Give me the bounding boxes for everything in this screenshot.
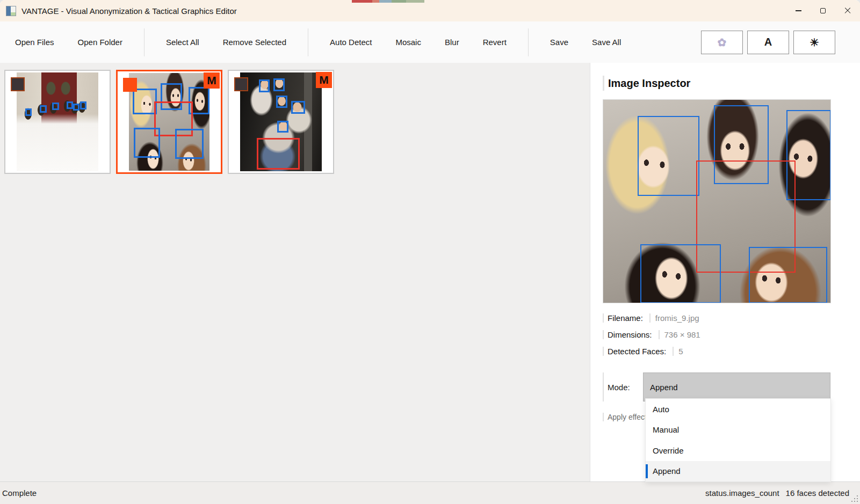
open-files-button[interactable]: Open Files [3, 30, 66, 54]
blue-detection-box [259, 79, 270, 92]
filename-value: fromis_9.jpg [649, 313, 699, 323]
blur-button[interactable]: Blur [433, 30, 471, 54]
toolbar-separator [144, 28, 144, 56]
preview-image [603, 99, 831, 303]
status-bar: Complete status.images_count 16 faces de… [0, 481, 860, 504]
save-button[interactable]: Save [538, 30, 580, 54]
thumbnail-1-image [17, 72, 98, 171]
blue-detection-box [175, 129, 204, 159]
blue-detection-box [749, 247, 827, 303]
filename-row: Filename: fromis_9.jpg [603, 310, 830, 326]
mode-label: Mode: [603, 372, 643, 401]
toolbar-separator [308, 28, 308, 56]
blue-detection-box [40, 105, 46, 113]
close-button[interactable] [835, 0, 860, 21]
dimensions-row: Dimensions: 736 × 981 [603, 326, 830, 343]
app-window: VANTAGE - Visual Anonymization & Tactica… [0, 0, 860, 504]
thumbnail-gallery: M M [0, 63, 590, 481]
minimize-icon [796, 10, 801, 11]
toolbar: Open Files Open Folder Select All Remove… [0, 21, 860, 63]
window-title: VANTAGE - Visual Anonymization & Tactica… [21, 6, 237, 16]
close-icon [844, 8, 851, 14]
status-images-count-key: status.images_count [705, 488, 779, 498]
minimize-button[interactable] [786, 0, 811, 21]
thumbnail-3[interactable]: M [228, 70, 334, 174]
mode-row: Mode: Append [603, 372, 830, 401]
blue-detection-box [133, 89, 157, 114]
detected-faces-value: 5 [673, 347, 683, 356]
blue-detection-box [291, 101, 306, 114]
red-detection-box [257, 138, 300, 170]
blue-detection-box [67, 101, 73, 109]
save-all-button[interactable]: Save All [580, 30, 633, 54]
thumbnail-2[interactable]: M [116, 70, 222, 174]
title-bar: VANTAGE - Visual Anonymization & Tactica… [0, 0, 860, 21]
background-window-artifact [352, 0, 424, 3]
maximize-button[interactable] [811, 0, 835, 21]
filename-label: Filename: [603, 313, 643, 323]
toolbar-separator [528, 28, 529, 56]
remove-selected-button[interactable]: Remove Selected [211, 30, 298, 54]
blue-detection-box [277, 121, 289, 133]
annotate-button[interactable]: A [747, 31, 789, 54]
blue-detection-box [134, 128, 160, 158]
thumbnail-3-photo [240, 72, 322, 171]
blue-detection-box [52, 103, 59, 110]
dimensions-label: Dimensions: [603, 330, 652, 339]
blue-detection-box [25, 108, 32, 116]
mode-option-auto[interactable]: Auto [646, 399, 830, 420]
blue-detection-box [273, 78, 285, 91]
select-all-button[interactable]: Select All [154, 30, 211, 54]
auto-detect-button[interactable]: Auto Detect [318, 30, 384, 54]
modified-badge: M [204, 72, 220, 89]
sun-icon: ☀ [810, 36, 819, 49]
image-inspector-panel: Image Inspector Filename: fromis_9.jpg D… [590, 63, 860, 481]
blue-detection-box [640, 244, 721, 303]
metadata-fields: Filename: fromis_9.jpg Dimensions: 736 ×… [603, 310, 830, 360]
detected-faces-label: Detected Faces: [603, 347, 666, 356]
thumbnail-1-checkbox[interactable] [11, 77, 25, 91]
mode-option-override[interactable]: Override [646, 440, 830, 461]
blue-detection-box [73, 104, 79, 111]
mode-option-manual[interactable]: Manual [646, 420, 830, 441]
modified-badge: M [316, 72, 332, 88]
mode-option-append[interactable]: Append [646, 461, 830, 482]
thumbnail-1-photo [17, 72, 98, 171]
main-area: M M Image Inspector Filename: [0, 63, 860, 481]
app-icon [6, 6, 16, 16]
status-message: Complete [2, 488, 37, 498]
maximize-icon [820, 8, 826, 13]
mosaic-button[interactable]: Mosaic [384, 30, 433, 54]
revert-button[interactable]: Revert [471, 30, 518, 54]
thumbnail-3-checkbox[interactable] [234, 77, 248, 91]
thumbnail-1[interactable] [4, 70, 111, 174]
mode-dropdown-popup: Auto Manual Override Append [645, 398, 831, 482]
apply-effect-button[interactable]: Apply effect [603, 413, 647, 421]
detected-faces-row: Detected Faces: 5 [603, 343, 830, 360]
brightness-button[interactable]: ☀ [793, 31, 835, 54]
window-controls [786, 0, 860, 21]
mode-dropdown[interactable]: Append [643, 372, 830, 401]
settings-button[interactable]: ✿ [701, 31, 743, 54]
blue-detection-box [80, 101, 86, 109]
toolbar-icon-group: ✿ A ☀ [701, 31, 835, 54]
thumbnail-2-checkbox[interactable] [123, 78, 137, 92]
blue-detection-box [638, 116, 699, 196]
resize-grip[interactable] [851, 495, 858, 502]
letter-a-icon: A [764, 36, 772, 48]
thumbnail-2-photo [129, 73, 209, 171]
status-faces-detected: 16 faces detected [786, 488, 849, 498]
panel-title: Image Inspector [603, 76, 830, 91]
status-right: status.images_count 16 faces detected [705, 488, 849, 498]
blue-detection-box [276, 96, 288, 108]
open-folder-button[interactable]: Open Folder [66, 30, 134, 54]
gear-flower-icon: ✿ [718, 36, 727, 49]
dimensions-value: 736 × 981 [659, 330, 700, 339]
